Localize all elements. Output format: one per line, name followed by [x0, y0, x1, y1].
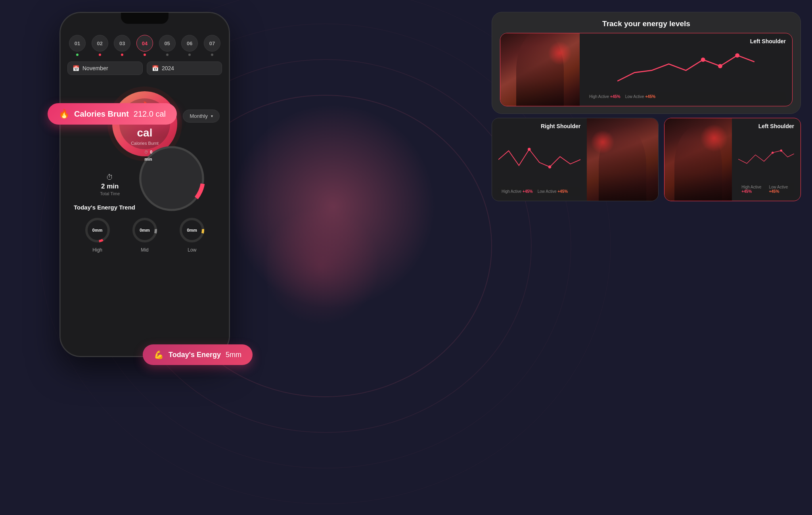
energy-low-item: 0mm Low — [178, 216, 206, 253]
calories-amount: 212.0 cal — [134, 110, 166, 119]
day-item-07[interactable]: 07 — [204, 35, 220, 56]
svg-point-20 — [772, 152, 774, 154]
total-timer-icon: ⏱ — [106, 173, 113, 182]
bg-blob-pink2 — [262, 206, 381, 325]
right-shoulder-image — [587, 118, 658, 201]
right-shoulder-card: Right Shoulder High Active +45% Low Acti… — [492, 118, 659, 201]
small-active-ring: ⏱ 0 min — [134, 141, 163, 169]
right-shoulder-chart — [498, 132, 580, 184]
left-shoulder-image-2 — [665, 118, 732, 201]
right-panel: Track your energy levels Left Shoulder — [492, 12, 801, 201]
energy-high-item: 0mm High — [84, 216, 111, 253]
day-dot-01 — [76, 54, 79, 56]
energy-low-label: Low — [188, 247, 196, 253]
year-selector[interactable]: 📅 2024 — [147, 61, 222, 75]
energy-circles-row: 0mm High 0mm Mid — [74, 216, 216, 253]
left-shoulder-chart — [586, 47, 786, 90]
year-value: 2024 — [162, 65, 174, 71]
left-shoulder-bottom-title: Left Shoulder — [758, 123, 794, 129]
shoulder-glow-2 — [591, 130, 615, 154]
energy-low-value: 0mm — [187, 228, 197, 233]
svg-point-15 — [701, 58, 705, 62]
day-dot-03 — [121, 54, 123, 56]
day-dot-04 — [144, 54, 146, 56]
calendar-icon-2: 📅 — [152, 65, 159, 71]
total-time-label: Total Time — [100, 191, 120, 196]
svg-point-21 — [780, 150, 782, 152]
track-energy-section: Track your energy levels Left Shoulder — [492, 12, 801, 114]
month-selector[interactable]: 📅 November — [67, 61, 143, 75]
day-bubble-03[interactable]: 03 — [114, 35, 130, 52]
day-dot-05 — [166, 54, 169, 56]
low-active-legend-2: Low Active +45% — [538, 189, 568, 194]
left-shoulder-legend: High Active +45% Low Active +45% — [586, 92, 786, 101]
month-value: November — [82, 65, 108, 71]
day-dot-07 — [211, 54, 213, 56]
low-active-legend-3: Low Active +45% — [769, 185, 791, 194]
monthly-label: Monthly — [190, 113, 208, 119]
high-active-legend-2: High Active +45% — [502, 189, 533, 194]
small-ring-wrapper: ⏱ 0 min — [134, 141, 163, 169]
day-bubble-05[interactable]: 05 — [159, 35, 176, 52]
phone-content: 01 02 03 04 05 — [60, 13, 229, 356]
today-energy-label: Today's Energy — [169, 351, 221, 359]
left-shoulder-card-bottom: Left Shoulder High Active +45% Low Activ… — [664, 118, 801, 201]
energy-icon: 💪 — [154, 350, 164, 359]
energy-mid-item: 0mm Mid — [131, 216, 159, 253]
energy-mid-label: Mid — [141, 247, 148, 253]
day-bubble-04[interactable]: 04 — [136, 35, 153, 52]
day-bubble-06[interactable]: 06 — [181, 35, 198, 52]
day-item-02[interactable]: 02 — [92, 35, 108, 56]
left-shoulder-card-top: Left Shoulder High Ac — [500, 33, 793, 106]
energy-high-label: High — [92, 247, 102, 253]
chevron-down-icon: ▾ — [211, 114, 213, 118]
total-time-value: 2 min — [101, 183, 119, 190]
day-bubble-07[interactable]: 07 — [204, 35, 220, 52]
left-shoulder-chart-area: Left Shoulder High Ac — [580, 33, 792, 106]
today-energy-banner: 💪 Today's Energy 5mm — [143, 344, 253, 365]
monthly-selector[interactable]: Monthly ▾ — [183, 110, 220, 123]
day-item-01[interactable]: 01 — [69, 35, 86, 56]
svg-point-19 — [548, 165, 551, 168]
left-shoulder-chart-2 — [738, 132, 794, 180]
fire-icon: 🔥 — [59, 109, 69, 119]
right-shoulder-legend: High Active +45% Low Active +45% — [498, 187, 580, 196]
day-item-03[interactable]: 03 — [114, 35, 130, 56]
left-shoulder-title-row: Left Shoulder — [586, 38, 786, 44]
shoulder-glow-1 — [548, 41, 572, 65]
left-shoulder-title: Left Shoulder — [750, 38, 786, 44]
calendar-icon: 📅 — [73, 65, 79, 71]
bg-blob-pink — [230, 103, 436, 309]
phone-frame-wrapper: 🔥 Calories Brunt 212.0 cal Monthly ▾ 01 … — [59, 12, 230, 357]
left-shoulder-chart-area-2: Left Shoulder High Active +45% Low Activ… — [732, 118, 801, 201]
calories-banner: 🔥 Calories Brunt 212.0 cal — [48, 103, 177, 125]
small-ring-content: ⏱ 0 min — [141, 148, 155, 162]
left-shoulder-bottom-wrapper: Left Shoulder High Active +45% Low Activ… — [664, 118, 801, 201]
timer-icon: ⏱ — [144, 150, 148, 154]
energy-high-value: 0mm — [92, 228, 103, 233]
days-row: 01 02 03 04 05 — [67, 35, 222, 56]
high-active-legend-3: High Active +45% — [741, 185, 764, 194]
day-dot-06 — [188, 54, 191, 56]
date-row: 📅 November 📅 2024 — [67, 61, 222, 75]
middle-cards-row: Right Shoulder High Active +45% Low Acti… — [492, 118, 801, 201]
day-dot-02 — [99, 54, 101, 56]
shoulder-glow-3 — [700, 124, 728, 152]
total-time-stat: ⏱ 2 min Total Time — [100, 173, 120, 196]
energy-mid-ring: 0mm — [131, 216, 159, 244]
right-shoulder-chart-area: Right Shoulder High Active +45% Low Acti… — [492, 118, 587, 201]
day-item-06[interactable]: 06 — [181, 35, 198, 56]
day-bubble-01[interactable]: 01 — [69, 35, 86, 52]
calories-label: Calories Brunt — [74, 110, 129, 119]
energy-mid-value: 0mm — [140, 228, 150, 233]
left-shoulder-bottom-title-row: Left Shoulder — [738, 123, 794, 129]
energy-low-ring: 0mm — [178, 216, 206, 244]
svg-point-17 — [735, 53, 739, 58]
day-item-04[interactable]: 04 — [136, 35, 153, 56]
day-item-05[interactable]: 05 — [159, 35, 176, 56]
left-shoulder-image — [500, 33, 580, 106]
high-active-legend-1: High Active +45% — [589, 94, 620, 99]
track-title: Track your energy levels — [500, 19, 793, 28]
day-bubble-02[interactable]: 02 — [92, 35, 108, 52]
svg-point-16 — [718, 64, 722, 68]
